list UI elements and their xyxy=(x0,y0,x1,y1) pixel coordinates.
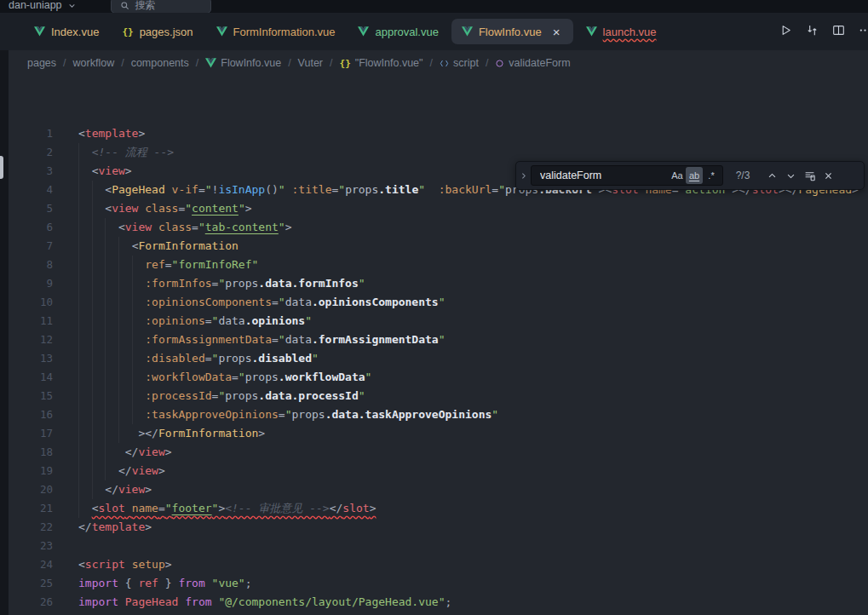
tab-label: FlowInfo.vue xyxy=(479,26,542,38)
close-tab-icon[interactable]: × xyxy=(550,26,563,38)
line-number[interactable]: 22 xyxy=(9,518,70,537)
line-number[interactable]: 4 xyxy=(9,181,70,199)
tab-strip: Index.vue{}pages.jsonFormInformation.vue… xyxy=(0,13,868,50)
toggle-replace-chevron-icon[interactable] xyxy=(516,162,531,189)
line-number[interactable]: 14 xyxy=(9,368,70,387)
code-line-16: 16 :taskApproveOpinions="props.data.task… xyxy=(9,405,868,424)
tab-approval-vue[interactable]: approval.vue xyxy=(348,19,448,44)
breadcrumb-label: script xyxy=(453,57,479,69)
breadcrumb-separator: / xyxy=(330,57,332,69)
line-number[interactable]: 21 xyxy=(9,499,70,518)
code-line-21: 21 <slot name="footer"><!-- 审批意见 --></sl… xyxy=(9,499,868,518)
find-input[interactable] xyxy=(538,169,669,182)
code-line-12: 12 :formAssignmentData="data.formAssignm… xyxy=(9,330,868,349)
ellipsis-icon xyxy=(859,24,868,40)
tab-launch-vue[interactable]: launch.vue xyxy=(576,19,667,44)
breadcrumb-separator: / xyxy=(63,57,66,69)
line-number[interactable]: 1 xyxy=(9,124,70,143)
breadcrumb-item--flowinfo-vue-[interactable]: {}"FlowInfo.vue" xyxy=(340,57,423,69)
line-number[interactable]: 24 xyxy=(9,555,70,574)
breadcrumb-label: components xyxy=(131,57,189,69)
regex-toggle[interactable]: .* xyxy=(703,167,720,184)
tab-pages-json[interactable]: {}pages.json xyxy=(112,19,203,44)
find-in-selection-button[interactable] xyxy=(800,166,819,185)
breadcrumb-item-workflow[interactable]: workflow xyxy=(73,57,115,69)
code-line-15: 15 :processId="props.data.processId" xyxy=(9,387,868,405)
whole-word-toggle[interactable]: ab xyxy=(686,167,703,184)
error-squiggle: <slot name="footer"><!-- 审批意见 --></slot> xyxy=(92,502,377,514)
breadcrumb-label: pages xyxy=(27,57,56,69)
line-number[interactable]: 25 xyxy=(9,574,70,593)
vue-icon xyxy=(205,58,216,68)
line-number[interactable]: 17 xyxy=(9,424,70,443)
next-match-button[interactable] xyxy=(781,166,800,185)
tab-forminformation-vue[interactable]: FormInformation.vue xyxy=(206,19,346,44)
activity-bar[interactable] xyxy=(0,13,9,615)
line-number[interactable]: 13 xyxy=(9,349,70,368)
line-number[interactable]: 15 xyxy=(9,387,70,405)
split-icon xyxy=(832,24,845,40)
breadcrumb-item-flowinfo-vue[interactable]: FlowInfo.vue xyxy=(205,57,281,69)
breadcrumb-item-components[interactable]: components xyxy=(131,57,189,69)
line-number[interactable]: 16 xyxy=(9,405,70,424)
code-line-13: 13 :disabled="props.disabled" xyxy=(9,349,868,368)
json-icon: {} xyxy=(340,58,351,69)
workspace-title[interactable]: dan-uniapp xyxy=(9,0,62,11)
code-line-9: 9 :formInfos="props.data.formInfos" xyxy=(9,274,868,293)
search-box[interactable]: 搜索 xyxy=(111,0,211,13)
play-icon xyxy=(779,24,792,40)
line-number[interactable]: 12 xyxy=(9,330,70,349)
line-number[interactable]: 20 xyxy=(9,480,70,499)
breadcrumb-separator: / xyxy=(430,57,433,69)
tab-label: launch.vue xyxy=(603,26,657,38)
vue-icon xyxy=(586,26,597,37)
tab-label: Index.vue xyxy=(51,26,99,38)
close-find-icon[interactable] xyxy=(819,166,837,185)
breadcrumb-label: Vuter xyxy=(298,57,323,69)
breadcrumb-label: "FlowInfo.vue" xyxy=(355,57,423,69)
breadcrumb-item-vuter[interactable]: Vuter xyxy=(298,57,323,69)
breadcrumb-label: validateForm xyxy=(509,57,570,69)
code-line-20: 20 </view> xyxy=(9,480,868,499)
line-number[interactable]: 18 xyxy=(9,443,70,462)
run-button[interactable] xyxy=(775,21,796,42)
breadcrumb-item-script[interactable]: script xyxy=(440,57,479,69)
search-icon xyxy=(120,1,129,10)
activity-indicator xyxy=(0,156,3,179)
tab-label: FormInformation.vue xyxy=(233,26,336,38)
line-number[interactable]: 8 xyxy=(9,256,70,274)
match-case-toggle[interactable]: Aa xyxy=(669,167,686,184)
tab-flowinfo-vue[interactable]: FlowInfo.vue× xyxy=(451,19,573,44)
vue-icon xyxy=(216,26,227,37)
breadcrumb-item-pages[interactable]: pages xyxy=(27,57,56,69)
line-number[interactable]: 26 xyxy=(9,593,70,612)
line-number[interactable]: 5 xyxy=(9,199,70,218)
code-line-7: 7 <FormInformation xyxy=(9,237,868,256)
previous-match-button[interactable] xyxy=(762,166,781,185)
find-widget: Aa ab .* ?/3 xyxy=(515,161,865,190)
more-actions-button[interactable] xyxy=(854,21,868,42)
chevron-down-icon[interactable] xyxy=(68,2,76,9)
line-number[interactable]: 3 xyxy=(9,162,70,181)
open-changes-button[interactable] xyxy=(802,21,822,42)
line-number[interactable]: 7 xyxy=(9,237,70,256)
code-line-5: 5 <view class="content"> xyxy=(9,199,868,218)
breadcrumb-item-validateform[interactable]: validateForm xyxy=(495,57,570,69)
split-editor-button[interactable] xyxy=(828,21,848,42)
tab-label: pages.json xyxy=(140,26,193,38)
method-icon xyxy=(495,59,504,68)
tab-label: approval.vue xyxy=(375,26,438,38)
line-number[interactable]: 19 xyxy=(9,462,70,480)
code-line-1: 1<template> xyxy=(9,124,868,143)
code-area[interactable]: 1<template>2 <!-- 流程 -->3 <view>4 <PageH… xyxy=(9,76,868,612)
line-number[interactable]: 23 xyxy=(9,537,70,555)
line-number[interactable]: 2 xyxy=(9,143,70,162)
line-number[interactable]: 11 xyxy=(9,312,70,330)
code-line-24: 24<script setup> xyxy=(9,555,868,574)
breadcrumb-label: workflow xyxy=(73,57,115,69)
tab-index-vue[interactable]: Index.vue xyxy=(24,19,109,44)
find-input-box: Aa ab .* xyxy=(531,165,723,186)
line-number[interactable]: 9 xyxy=(9,274,70,293)
line-number[interactable]: 10 xyxy=(9,293,70,312)
line-number[interactable]: 6 xyxy=(9,218,70,237)
